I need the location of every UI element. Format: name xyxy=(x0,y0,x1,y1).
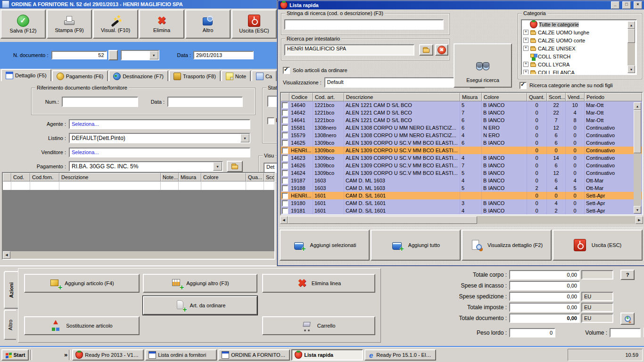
category-tree-item[interactable]: + COLL FILANCA xyxy=(522,68,636,75)
table-row[interactable]: 14624 1309bco ALEN 1309 CORPO U SC.V MM … xyxy=(281,169,642,177)
scrollbar-thumb[interactable] xyxy=(288,216,477,224)
n-documento-input[interactable] xyxy=(51,51,107,59)
quick-launch-overflow[interactable]: » xyxy=(64,351,67,358)
tab[interactable]: Ca xyxy=(251,70,277,81)
expander-icon[interactable]: + xyxy=(523,46,528,51)
expander-icon[interactable]: + xyxy=(523,62,528,67)
action-button[interactable]: Elimina linea xyxy=(262,274,375,293)
chevron-down-icon[interactable]: ▼ xyxy=(240,134,249,142)
articles-hscrollbar[interactable]: ◀ ▶ xyxy=(280,216,643,224)
column-header[interactable]: Cod.forn. xyxy=(30,173,59,181)
bottom-button[interactable]: Uscita (ESC) xyxy=(553,230,643,261)
bottom-button[interactable]: Aggiungi tutto xyxy=(371,230,461,261)
volume-value[interactable] xyxy=(610,328,641,337)
rif-data-input[interactable] xyxy=(167,97,243,107)
column-header[interactable]: Colore xyxy=(482,93,527,101)
row-checkbox[interactable] xyxy=(282,185,288,191)
pagamento-combo[interactable]: RI.BA. 30GG SC. INC. 5% ▼ xyxy=(69,161,223,172)
totale-corpo-help-button[interactable]: ? xyxy=(620,270,635,280)
scrollbar-thumb[interactable] xyxy=(634,110,641,153)
column-header[interactable]: Quant. xyxy=(527,93,547,101)
column-header[interactable]: Vend... xyxy=(566,93,585,101)
column-header[interactable]: Cod. xyxy=(11,173,30,181)
toolbar-button[interactable]: Stampa (F9) xyxy=(47,9,92,39)
column-header[interactable]: Cod. art. xyxy=(313,93,344,101)
order-lines-hscrollbar[interactable]: ◀ xyxy=(3,251,274,259)
tray-icon[interactable] xyxy=(597,351,604,358)
category-tree-item[interactable]: COLL STRCH xyxy=(522,52,636,60)
scroll-up-icon[interactable]: ▲ xyxy=(627,21,635,29)
scroll-left-icon[interactable]: ◀ xyxy=(280,216,288,224)
table-row[interactable]: 19181 1601 CAM D. S/L 1601 4 B IANCO 0 2… xyxy=(281,207,642,214)
scroll-down-icon[interactable]: ▼ xyxy=(627,66,635,73)
column-header[interactable]: Misura xyxy=(460,93,482,101)
action-button[interactable]: Art. da ordinare xyxy=(143,296,257,315)
row-checkbox[interactable] xyxy=(282,178,288,184)
esegui-ricerca-button[interactable]: Esegui ricerca xyxy=(454,43,512,88)
stato-checkbox-partial[interactable] xyxy=(267,117,274,124)
row-checkbox[interactable] xyxy=(282,125,288,131)
intestatario-clear-button[interactable] xyxy=(435,44,448,56)
scroll-right-icon[interactable]: ▶ xyxy=(636,216,643,224)
column-header[interactable]: Descrizione xyxy=(59,173,161,181)
taskbar-task[interactable]: Lista rapida xyxy=(291,349,363,361)
column-header[interactable]: Periodo xyxy=(585,93,642,101)
articles-vscrollbar[interactable]: ▲ ▼ xyxy=(634,102,641,214)
row-checkbox[interactable] xyxy=(282,110,288,116)
table-row[interactable]: 15579 1308nero ALEN 1308 CORPO U MM NERO… xyxy=(281,132,642,139)
start-button[interactable]: Start xyxy=(1,349,29,361)
column-header[interactable]: Colore xyxy=(201,173,246,181)
solo-articoli-checkbox[interactable] xyxy=(283,67,290,74)
tray-icon[interactable] xyxy=(580,351,587,358)
close-button[interactable]: × xyxy=(634,1,642,9)
bottom-button[interactable]: Aggiungi selezionati xyxy=(280,230,370,261)
tab[interactable]: Destinazione (F7) xyxy=(108,70,168,81)
total-value[interactable]: 0,00 xyxy=(509,270,580,280)
row-checkbox[interactable] xyxy=(282,208,288,214)
quick-launch-icon[interactable] xyxy=(35,351,43,359)
category-tree-item[interactable]: + CALZE UOMO corte xyxy=(522,36,636,44)
expander-icon[interactable]: + xyxy=(523,30,528,35)
action-button[interactable]: Aggiungi altro (F3) xyxy=(143,274,257,293)
column-header[interactable]: Scort... xyxy=(264,173,274,181)
total-value[interactable]: 0,00 xyxy=(509,281,580,290)
peso-lordo-value[interactable]: 0 xyxy=(509,328,555,337)
tab[interactable]: Pagamento (F6) xyxy=(52,70,108,81)
tab[interactable]: Dettaglio (F5) xyxy=(1,69,51,81)
scroll-left-icon[interactable]: ◀ xyxy=(3,251,10,259)
scrollbar-thumb[interactable] xyxy=(627,29,635,43)
total-value[interactable]: 0,00 xyxy=(509,313,580,323)
table-row[interactable]: 14625 1309bco ALEN 1309 CORPO U SC.V MM … xyxy=(281,139,642,147)
table-row[interactable]: 14640 1221bco ALEN 1221 CAM D S/L BCO 5 … xyxy=(281,101,642,109)
table-row[interactable]: 14623 1309bco ALEN 1309 CORPO U SC.V MM … xyxy=(281,154,642,162)
tab-azioni[interactable]: Azioni xyxy=(4,271,18,309)
row-checkbox[interactable] xyxy=(282,102,288,108)
row-checkbox[interactable] xyxy=(282,117,288,123)
minimize-button[interactable]: _ xyxy=(611,1,619,9)
column-header[interactable]: Codice xyxy=(289,93,313,101)
row-checkbox[interactable] xyxy=(282,140,288,146)
category-tree-item[interactable]: + COLL LYCRA xyxy=(522,60,636,68)
row-checkbox[interactable] xyxy=(282,170,288,176)
quick-launch-icon[interactable] xyxy=(44,351,52,359)
tab[interactable]: Note xyxy=(221,70,251,81)
table-row[interactable]: 14642 1221bco ALEN 1221 CAM D S/L BCO 7 … xyxy=(281,109,642,116)
nodi-figli-checkbox[interactable] xyxy=(520,82,527,89)
category-tree-item[interactable]: + CALZE UNISEX xyxy=(522,44,636,52)
table-row[interactable]: 14641 1221bco ALEN 1221 CAM D S/L BCO 6 … xyxy=(281,116,642,124)
column-header[interactable]: Misura xyxy=(179,173,201,181)
taskbar-task[interactable]: ORDINE A FORNITORE ... xyxy=(218,349,290,361)
tray-icon[interactable] xyxy=(606,351,613,358)
table-row[interactable]: 19187 1603 CAM D. ML 1603 4 B IANCO 0 6 … xyxy=(281,177,642,184)
scroll-up-icon[interactable]: ▲ xyxy=(634,102,641,110)
scroll-down-icon[interactable]: ▼ xyxy=(634,206,641,214)
taskbar-task[interactable]: Lista ordini a fornitori xyxy=(145,349,217,361)
column-header[interactable]: Scort... xyxy=(547,93,566,101)
action-button[interactable]: Sostituzione articolo xyxy=(24,316,140,335)
quick-launch-icon[interactable] xyxy=(53,351,61,359)
totale-zoom-button[interactable] xyxy=(620,313,635,325)
tray-icon[interactable] xyxy=(589,351,596,358)
category-tree-item[interactable]: Tutte le categorie xyxy=(522,20,636,28)
doc-suffix-combo[interactable]: ▼ xyxy=(121,50,159,60)
total-value[interactable]: 0,00 xyxy=(509,303,580,312)
